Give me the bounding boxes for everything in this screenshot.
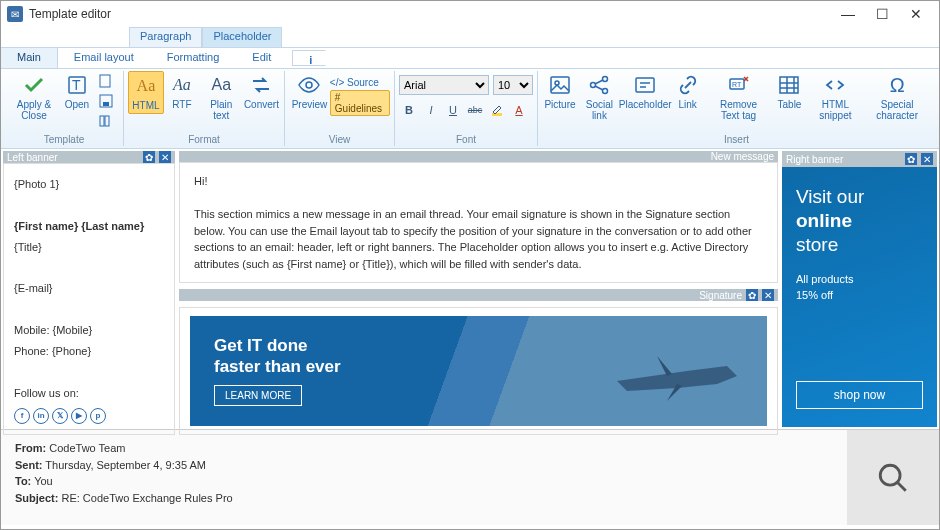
svg-rect-17: [780, 77, 798, 93]
new-message-body[interactable]: Hi! This section mimics a new message in…: [179, 162, 778, 283]
new-icon[interactable]: [99, 74, 115, 88]
svg-point-13: [603, 89, 608, 94]
gear-icon[interactable]: ✿: [746, 289, 758, 301]
signature-banner: Get IT donefaster than ever LEARN MORE: [190, 316, 767, 426]
tab-placeholder[interactable]: Placeholder: [202, 27, 282, 47]
svg-rect-8: [492, 113, 502, 116]
from-value: CodeTwo Team: [46, 442, 125, 454]
linkedin-icon[interactable]: in: [33, 408, 49, 424]
subject-label: Subject:: [15, 492, 58, 504]
underline-button[interactable]: U: [443, 101, 463, 119]
mail-preview: From: CodeTwo Team Sent: Thursday, Septe…: [1, 429, 939, 525]
rb-line1: Visit our: [796, 186, 864, 207]
to-label: To:: [15, 475, 31, 487]
format-html-button[interactable]: Aa HTML: [128, 71, 164, 114]
right-banner-header: Right banner ✿ ✕: [782, 151, 937, 167]
check-icon: [22, 73, 46, 97]
left-banner-body[interactable]: {Photo 1} {First name} {Last name} {Titl…: [3, 163, 175, 435]
from-label: From:: [15, 442, 46, 454]
format-rtf-button[interactable]: Aa RTF: [164, 71, 200, 112]
window-title: Template editor: [29, 7, 111, 21]
apply-close-button[interactable]: Apply & Close: [9, 71, 59, 123]
tab-formatting[interactable]: Formatting: [151, 48, 237, 68]
share-icon: [587, 73, 611, 97]
gear-icon[interactable]: ✿: [143, 151, 155, 163]
special-char-button[interactable]: ΩSpecial character: [863, 71, 931, 123]
gear-icon[interactable]: ✿: [905, 153, 917, 165]
editor-content: Left banner ✿ ✕ {Photo 1} {First name} {…: [1, 149, 939, 429]
font-color-button[interactable]: A: [509, 101, 529, 119]
template-small-buttons[interactable]: [95, 71, 119, 131]
source-button[interactable]: </> Source: [330, 77, 390, 88]
search-button[interactable]: [847, 430, 939, 525]
group-label-template: Template: [44, 134, 85, 146]
svg-point-7: [306, 82, 312, 88]
convert-button[interactable]: Convert: [243, 71, 281, 112]
html-snippet-button[interactable]: HTML snippet: [807, 71, 863, 123]
maximize-button[interactable]: ☐: [865, 3, 899, 25]
pinterest-icon[interactable]: p: [90, 408, 106, 424]
highlight-button[interactable]: [487, 101, 507, 119]
tab-paragraph[interactable]: Paragraph: [129, 27, 202, 47]
learn-more-button[interactable]: LEARN MORE: [214, 385, 302, 406]
tab-edit[interactable]: Edit: [236, 48, 288, 68]
table-icon: [777, 73, 801, 97]
format-plain-button[interactable]: Aa Plain text: [200, 71, 243, 123]
rb-sub1: All products: [796, 273, 853, 285]
sent-value: Thursday, September 4, 9:35 AM: [43, 459, 206, 471]
close-panel-icon[interactable]: ✕: [921, 153, 933, 165]
preview-button[interactable]: Preview: [289, 71, 330, 112]
convert-icon: [249, 73, 273, 97]
signature-body[interactable]: Get IT donefaster than ever LEARN MORE: [179, 307, 778, 435]
twitter-icon[interactable]: 𝕏: [52, 408, 68, 424]
new-message-title: New message: [711, 151, 774, 162]
email-placeholder: {E-mail}: [14, 278, 164, 299]
ribbon: Apply & Close T Open Template Aa HTML Aa…: [1, 69, 939, 149]
right-banner-body[interactable]: Visit our online store All products 15% …: [782, 167, 937, 427]
snippet-icon: [823, 73, 847, 97]
close-panel-icon[interactable]: ✕: [159, 151, 171, 163]
insert-table-button[interactable]: Table: [771, 71, 807, 112]
right-banner-title: Right banner: [786, 154, 843, 165]
close-button[interactable]: ✕: [899, 3, 933, 25]
app-icon: ✉: [7, 6, 23, 22]
minimize-button[interactable]: —: [831, 3, 865, 25]
facebook-icon[interactable]: f: [14, 408, 30, 424]
library-icon[interactable]: [99, 114, 115, 128]
to-value: You: [31, 475, 52, 487]
svg-rect-6: [105, 116, 109, 126]
open-button[interactable]: T Open: [59, 71, 95, 112]
remove-text-tag-button[interactable]: RTRemove Text tag: [706, 71, 772, 123]
italic-button[interactable]: I: [421, 101, 441, 119]
svg-rect-14: [636, 78, 654, 92]
info-button[interactable]: i: [292, 50, 326, 66]
svg-point-12: [603, 77, 608, 82]
save-icon[interactable]: [99, 94, 115, 108]
sig-headline-2: faster than ever: [214, 357, 341, 376]
tab-email-layout[interactable]: Email layout: [58, 48, 151, 68]
font-size-select[interactable]: 10: [493, 75, 533, 95]
bold-button[interactable]: B: [399, 101, 419, 119]
insert-placeholder-button[interactable]: Placeholder: [621, 71, 670, 112]
guidelines-button[interactable]: # Guidelines: [330, 90, 390, 116]
shop-now-button[interactable]: shop now: [796, 381, 923, 409]
eye-icon: [297, 73, 321, 97]
insert-social-button[interactable]: Social link: [578, 71, 621, 123]
aa-rtf-icon: Aa: [170, 73, 194, 97]
title-placeholder: {Title}: [14, 237, 164, 258]
rb-sub2: 15% off: [796, 289, 833, 301]
tab-main[interactable]: Main: [1, 48, 58, 68]
insert-link-button[interactable]: Link: [670, 71, 706, 112]
signature-header: Signature ✿ ✕: [179, 289, 778, 301]
font-family-select[interactable]: Arial: [399, 75, 489, 95]
insert-picture-button[interactable]: Picture: [542, 71, 578, 112]
search-icon: [876, 461, 910, 495]
rb-line2: online: [796, 210, 852, 231]
close-panel-icon[interactable]: ✕: [762, 289, 774, 301]
title-bar: ✉ Template editor — ☐ ✕: [1, 1, 939, 27]
svg-text:RT: RT: [732, 81, 742, 88]
name-placeholder: {First name} {Last name}: [14, 216, 164, 237]
svg-rect-5: [100, 116, 104, 126]
strike-button[interactable]: abc: [465, 101, 485, 119]
youtube-icon[interactable]: ▶: [71, 408, 87, 424]
